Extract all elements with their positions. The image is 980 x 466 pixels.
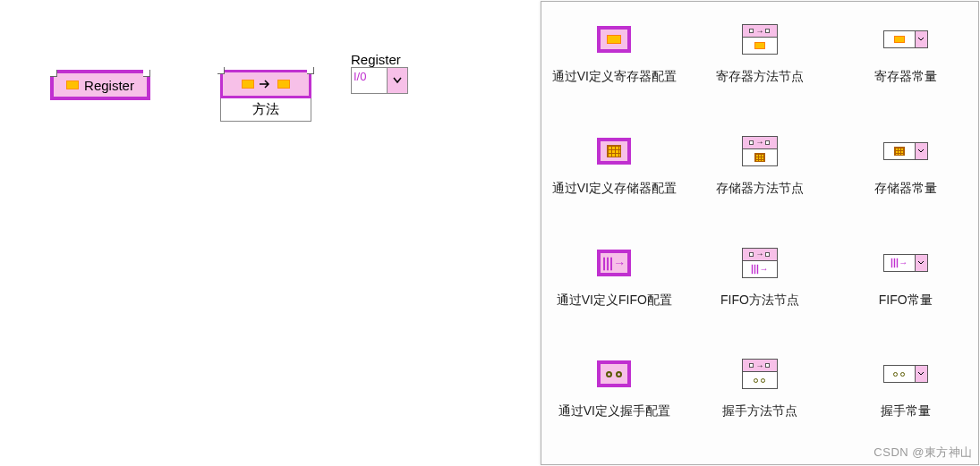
palette-item-config-fifo[interactable]: ǀǀǀ→ 通过VI定义FIFO配置 (547, 241, 681, 309)
palette-item-const-memory[interactable]: 存储器常量 (839, 130, 973, 197)
const-handshake-icon (883, 365, 928, 383)
block-diagram-canvas[interactable]: Register 方法 Register I/0 (0, 0, 541, 466)
chevron-down-icon (917, 37, 925, 42)
config-memory-icon (597, 138, 631, 165)
method-fifo-icon: → ǀǀǀ→ (742, 248, 778, 278)
method-node-header (220, 70, 311, 98)
palette-item-method-handshake[interactable]: → 握手方法节点 (693, 352, 827, 419)
dogear-icon (307, 67, 314, 74)
register-constant-value[interactable]: I/0 (352, 68, 388, 93)
const-fifo-icon: ǀǀǀ→ (883, 254, 928, 272)
chevron-down-icon (917, 371, 925, 377)
const-register-icon (883, 30, 928, 48)
register-constant-dropdown[interactable] (388, 68, 407, 93)
palette-item-label: FIFO方法节点 (720, 292, 799, 309)
method-register-icon: → (742, 24, 778, 55)
chevron-down-icon (917, 260, 925, 266)
arrow-right-icon (260, 78, 272, 90)
method-handshake-icon: → (742, 359, 778, 389)
config-handshake-icon (597, 360, 631, 387)
dogear-icon (217, 67, 225, 74)
register-icon (277, 80, 290, 89)
palette-item-method-register[interactable]: → 寄存器方法节点 (693, 18, 827, 85)
config-register-icon (597, 26, 631, 53)
register-constant-node[interactable]: Register I/0 (351, 52, 408, 94)
palette-item-label: 存储器常量 (874, 180, 937, 197)
palette-item-method-memory[interactable]: → 存储器方法节点 (693, 130, 827, 197)
method-memory-icon: → (742, 136, 778, 166)
palette-item-label: 存储器方法节点 (716, 180, 804, 197)
method-node-label[interactable]: 方法 (220, 98, 311, 122)
palette-item-const-handshake[interactable]: 握手常量 (839, 352, 973, 419)
palette-item-method-fifo[interactable]: → ǀǀǀ→ FIFO方法节点 (693, 241, 827, 309)
palette-item-const-register[interactable]: 寄存器常量 (839, 18, 973, 85)
data-storage-palette[interactable]: 通过VI定义寄存器配置 → 寄存器方法节点 寄存器常量 通过VI定义存储器配置 … (541, 1, 979, 465)
const-memory-icon (883, 142, 928, 160)
palette-item-label: 握手方法节点 (722, 402, 797, 419)
chevron-down-icon (917, 148, 925, 154)
register-node-label: Register (84, 78, 134, 93)
palette-item-label: 通过VI定义握手配置 (558, 402, 670, 419)
palette-item-label: 寄存器常量 (874, 68, 937, 85)
register-method-node[interactable]: 方法 (220, 70, 311, 122)
palette-item-label: 通过VI定义寄存器配置 (552, 68, 677, 85)
palette-item-label: 通过VI定义存储器配置 (552, 180, 677, 197)
palette-item-config-memory[interactable]: 通过VI定义存储器配置 (547, 130, 681, 197)
palette-item-config-register[interactable]: 通过VI定义寄存器配置 (547, 18, 681, 85)
palette-item-const-fifo[interactable]: ǀǀǀ→ FIFO常量 (839, 241, 973, 309)
palette-item-label: 握手常量 (881, 402, 931, 419)
config-fifo-icon: ǀǀǀ→ (597, 250, 631, 276)
register-constant-title: Register (351, 52, 408, 67)
palette-item-label: 通过VI定义FIFO配置 (557, 292, 672, 309)
chevron-down-icon (393, 77, 402, 84)
dogear-icon (50, 70, 57, 77)
register-vi-config-node[interactable]: Register (50, 70, 150, 100)
palette-item-config-handshake[interactable]: 通过VI定义握手配置 (547, 352, 681, 419)
palette-item-label: 寄存器方法节点 (716, 68, 804, 85)
palette-item-label: FIFO常量 (879, 292, 933, 309)
register-icon (66, 80, 79, 89)
register-icon (242, 80, 254, 89)
dogear-icon (143, 70, 150, 77)
